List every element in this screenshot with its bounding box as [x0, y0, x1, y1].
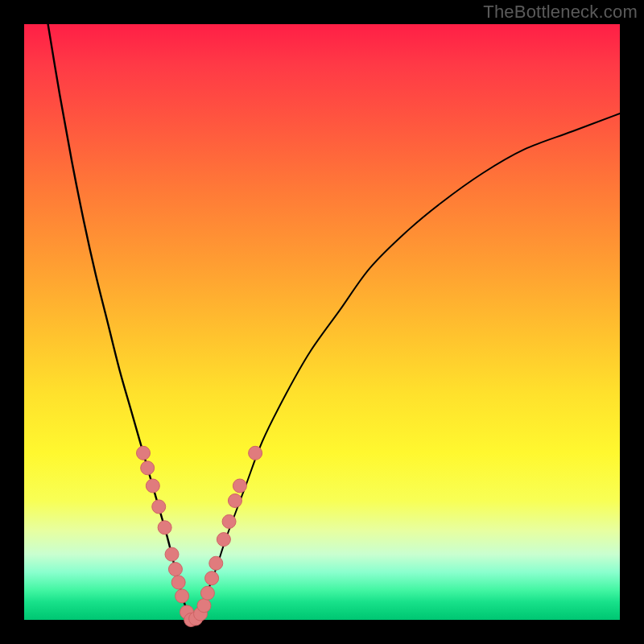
data-marker [137, 446, 151, 460]
right-branch-curve [191, 114, 620, 620]
watermark-text: TheBottleneck.com [483, 2, 638, 23]
data-marker [205, 572, 219, 585]
chart-svg [24, 24, 620, 620]
data-marker [233, 479, 246, 493]
data-marker [152, 500, 166, 514]
data-marker [165, 547, 179, 561]
data-marker [168, 563, 182, 576]
data-marker [222, 514, 236, 528]
data-marker [228, 494, 242, 508]
plot-area [24, 24, 620, 620]
data-marker [158, 521, 171, 535]
chart-frame: TheBottleneck.com [0, 0, 644, 644]
data-marker [175, 589, 189, 603]
data-marker [209, 556, 223, 570]
data-marker [171, 576, 185, 589]
data-marker [249, 446, 262, 460]
data-marker [197, 599, 211, 613]
curve-layer [48, 24, 620, 620]
data-marker [217, 533, 230, 547]
data-marker [200, 586, 214, 600]
marker-layer [137, 446, 262, 626]
data-marker [141, 461, 155, 475]
data-marker [146, 479, 159, 493]
